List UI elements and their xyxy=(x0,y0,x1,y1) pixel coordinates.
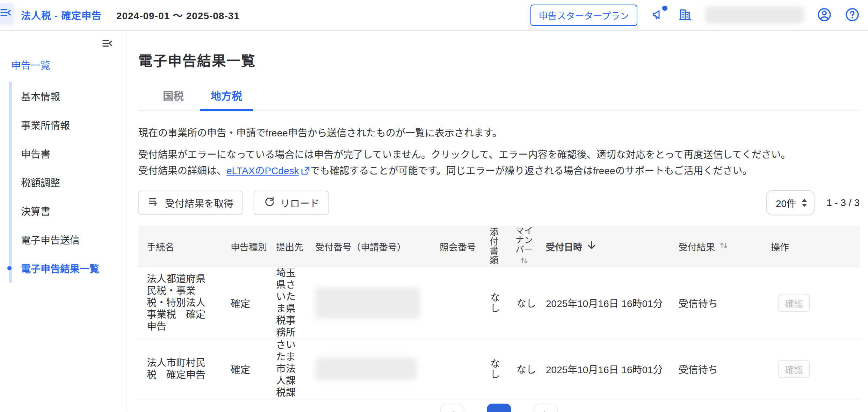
cell-receipt-number xyxy=(308,287,433,318)
tab-national-tax[interactable]: 国税 xyxy=(147,83,200,111)
sidebar-submenu: 基本情報 事業所情報 申告書 税額調整 決算書 電子申告送信 電子申告結果一覧 xyxy=(9,82,126,283)
col-header-filing-type: 申告種別 xyxy=(224,240,269,253)
sidebar-item-efiling-send[interactable]: 電子申告送信 xyxy=(21,225,126,254)
up-down-carets-icon xyxy=(802,199,807,207)
cell-attachments: なし xyxy=(479,292,509,313)
list-plus-icon xyxy=(148,196,160,210)
up-down-arrows-icon xyxy=(719,241,728,252)
cell-filing-type: 確定 xyxy=(224,296,269,310)
menu-collapse-icon xyxy=(0,7,12,19)
header-actions: 申告スタータープラン xyxy=(530,5,860,26)
description-line3-post: でも確認することが可能です。同じエラーが繰り返される場合はfreeeのサポートも… xyxy=(310,165,752,176)
sidebar-item-label: 決算書 xyxy=(21,204,50,218)
description-line3-pre: 受付結果の詳細は、 xyxy=(138,165,226,176)
company-switcher-button[interactable] xyxy=(678,8,692,23)
sidebar-item-basic-info[interactable]: 基本情報 xyxy=(21,82,126,111)
account-button[interactable] xyxy=(817,7,832,23)
cell-result: 受信待ち xyxy=(672,296,764,310)
cell-destination: さいたま市法人課税課 xyxy=(269,339,308,399)
sidebar-item-return-form[interactable]: 申告書 xyxy=(21,139,126,168)
cell-result: 受信待ち xyxy=(672,362,764,376)
chevron-right-icon xyxy=(542,411,550,412)
col-header-destination: 提出先 xyxy=(269,240,308,253)
sidebar-item-shinkoku-ichiran[interactable]: 申告一覧 xyxy=(11,58,50,73)
next-page-button[interactable] xyxy=(534,404,558,412)
sidebar-menu: 申告一覧 基本情報 事業所情報 申告書 税額調整 決算書 電子申告送信 電子申告… xyxy=(0,31,126,283)
sidebar-item-office-info[interactable]: 事業所情報 xyxy=(21,111,126,139)
top-header: 法人税 - 確定申告 2024-09-01 〜 2025-08-31 申告スター… xyxy=(0,0,868,31)
page-size-value: 20件 xyxy=(776,196,796,210)
app-title[interactable]: 法人税 - 確定申告 xyxy=(21,8,102,22)
sidebar-item-label: 電子申告送信 xyxy=(21,233,80,247)
cell-procedure: 法人市町村民税 確定申告 xyxy=(138,353,224,385)
page: 法人税 - 確定申告 2024-09-01 〜 2025-08-31 申告スター… xyxy=(0,0,868,412)
col-header-procedure: 手続名 xyxy=(138,240,224,253)
pagination: 1 xyxy=(138,404,860,412)
toolbar-right: 20件 1 - 3 / 3 xyxy=(766,190,860,215)
cell-actions: 確認 xyxy=(764,294,860,312)
cell-procedure: 法人都道府県民税・事業税・特別法人事業税 確定申告 xyxy=(138,269,224,337)
prev-page-button[interactable] xyxy=(440,404,464,412)
sidebar-item-tax-adjustment[interactable]: 税額調整 xyxy=(21,168,126,197)
sort-desc-arrow-icon xyxy=(586,240,597,253)
tab-bar: 国税 地方税 xyxy=(138,83,860,111)
redacted-value xyxy=(315,358,417,380)
cell-actions: 確認 xyxy=(764,360,860,378)
fetch-results-label: 受付結果を取得 xyxy=(165,196,233,210)
redacted-value xyxy=(315,287,420,318)
person-circle-icon xyxy=(817,7,832,23)
description-line2: 受付結果がエラーになっている場合には申告が完了していません。クリックして、エラー… xyxy=(138,149,791,160)
eltax-pcdesk-link[interactable]: eLTAXのPCdesk xyxy=(226,165,299,176)
sidebar-item-label: 税額調整 xyxy=(21,175,60,189)
table-row: 法人市町村民税 確定申告 確定 さいたま市法人課税課 なし なし 2025年10… xyxy=(138,339,860,399)
fetch-results-button[interactable]: 受付結果を取得 xyxy=(138,191,243,215)
sidebar-item-label: 電子申告結果一覧 xyxy=(21,261,99,275)
company-name-redacted xyxy=(705,7,804,23)
plan-badge-button[interactable]: 申告スタータープラン xyxy=(530,5,637,26)
sidebar-toggle-button[interactable] xyxy=(0,2,15,24)
up-down-arrows-icon xyxy=(520,256,529,267)
cell-filing-type: 確定 xyxy=(224,362,269,376)
confirm-button[interactable]: 確認 xyxy=(778,360,810,378)
description-line2-3: 受付結果がエラーになっている場合には申告が完了していません。クリックして、エラー… xyxy=(138,147,860,180)
col-header-inquiry-number: 照会番号 xyxy=(433,240,479,253)
sidebar-item-efiling-results[interactable]: 電子申告結果一覧 xyxy=(21,254,126,283)
confirm-button[interactable]: 確認 xyxy=(778,294,810,312)
col-header-my-number[interactable]: マイ ナン バー xyxy=(509,226,539,267)
reload-label: リロード xyxy=(280,196,319,210)
external-link-icon xyxy=(301,167,310,178)
help-button[interactable] xyxy=(845,7,860,23)
sidebar-item-label: 事業所情報 xyxy=(21,118,70,132)
results-table: 手続名 申告種別 提出先 受付番号（申請番号） 照会番号 添 付 書 類 xyxy=(138,226,860,399)
toolbar: 受付結果を取得 リロード 20件 1 xyxy=(138,190,860,215)
cell-destination: 埼玉県さいたま県税事務所 xyxy=(269,267,308,339)
description-line1: 現在の事業所の申告・申請でfreee申告から送信されたものが一覧に表示されます。 xyxy=(138,125,860,139)
page-title: 電子申告結果一覧 xyxy=(138,50,860,70)
col-header-actions: 操作 xyxy=(764,240,860,253)
notifications-button[interactable] xyxy=(651,8,665,23)
building-icon xyxy=(678,8,692,23)
col-header-attachments: 添 付 書 類 xyxy=(479,227,509,265)
sidebar-collapse-button[interactable] xyxy=(102,38,113,49)
page-size-select[interactable]: 20件 xyxy=(766,190,815,215)
refresh-icon xyxy=(263,196,275,210)
current-page-button[interactable]: 1 xyxy=(487,404,511,412)
cell-attachments: なし xyxy=(479,358,509,379)
cell-my-number: なし xyxy=(509,296,539,310)
notification-dot xyxy=(662,6,667,11)
col-header-received-at[interactable]: 受付日時 xyxy=(539,240,672,253)
table-header-row: 手続名 申告種別 提出先 受付番号（申請番号） 照会番号 添 付 書 類 xyxy=(138,226,860,267)
menu-collapse-icon xyxy=(102,44,113,49)
sidebar: 申告一覧 基本情報 事業所情報 申告書 税額調整 決算書 電子申告送信 電子申告… xyxy=(0,31,126,411)
sidebar-item-label: 基本情報 xyxy=(21,89,60,103)
cell-received-at: 2025年10月16日 16時01分 xyxy=(539,296,672,310)
reload-button[interactable]: リロード xyxy=(254,191,329,215)
sidebar-item-label: 申告書 xyxy=(21,147,50,161)
sidebar-item-financial-statements[interactable]: 決算書 xyxy=(21,197,126,225)
main-content: 電子申告結果一覧 国税 地方税 現在の事業所の申告・申請でfreee申告から送信… xyxy=(126,31,868,411)
col-header-result[interactable]: 受付結果 xyxy=(672,240,764,253)
cell-my-number: なし xyxy=(509,362,539,376)
tab-local-tax[interactable]: 地方税 xyxy=(200,83,253,111)
table-row: 法人都道府県民税・事業税・特別法人事業税 確定申告 確定 埼玉県さいたま県税事務… xyxy=(138,267,860,339)
result-range-label: 1 - 3 / 3 xyxy=(826,197,860,208)
